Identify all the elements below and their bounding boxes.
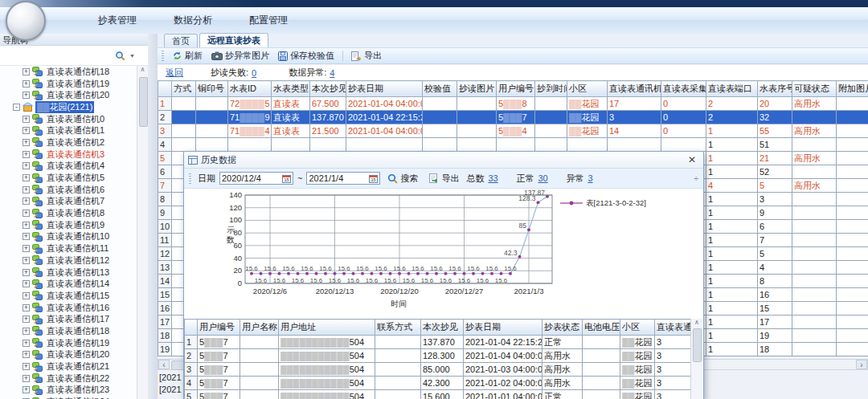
- export-button[interactable]: 导出: [425, 172, 462, 185]
- column-header[interactable]: 小区: [620, 320, 655, 336]
- capture-abnormal-photo-button[interactable]: 抄异常图片: [208, 49, 272, 63]
- table-row[interactable]: 271▒▒▒▒9直读表137.8702021-01-04 22:15:255▒▒…: [158, 111, 868, 124]
- column-header[interactable]: 附加图片: [837, 81, 868, 97]
- expand-icon[interactable]: +: [23, 92, 30, 99]
- tree-item[interactable]: +直读表通信机11: [0, 242, 137, 254]
- close-icon[interactable]: ✕: [685, 154, 699, 165]
- scroll-up-icon[interactable]: ∧: [141, 66, 145, 73]
- expand-icon[interactable]: +: [23, 151, 30, 158]
- search-icon[interactable]: [115, 51, 125, 61]
- tree-item[interactable]: +直读表通信机10: [0, 231, 137, 243]
- expand-icon[interactable]: +: [23, 328, 30, 335]
- expand-icon[interactable]: +: [23, 269, 30, 276]
- splitter-icon[interactable]: ÷: [694, 174, 699, 183]
- collapse-icon[interactable]: -: [13, 104, 20, 111]
- tab-home[interactable]: 首页: [164, 34, 198, 47]
- expand-icon[interactable]: +: [23, 222, 30, 229]
- panel-splitter[interactable]: [148, 34, 158, 399]
- column-header[interactable]: 本次抄见: [310, 81, 346, 97]
- tree-item[interactable]: +直读表通信机8: [0, 207, 137, 219]
- calendar-icon[interactable]: 15: [282, 174, 291, 183]
- history-table-scrollbar[interactable]: ∧: [690, 319, 702, 399]
- tree-item[interactable]: +直读表通信机1: [0, 124, 137, 136]
- expand-icon[interactable]: +: [23, 292, 30, 299]
- expand-icon[interactable]: +: [23, 340, 30, 347]
- column-header[interactable]: 小区: [567, 81, 608, 97]
- column-header[interactable]: 水表ID: [228, 81, 272, 97]
- column-header[interactable]: 方式: [172, 81, 196, 97]
- date-from-input[interactable]: 2020/12/4 15: [219, 172, 293, 185]
- tree-item[interactable]: +直读表通信机18: [0, 66, 137, 78]
- expand-icon[interactable]: +: [23, 304, 30, 311]
- table-row[interactable]: 172▒▒▒▒5直读表67.5002021-01-04 04:00:005▒▒▒…: [158, 97, 868, 111]
- tab-remote-direct-reading[interactable]: 远程直读抄表: [199, 33, 268, 47]
- expand-icon[interactable]: +: [23, 363, 30, 370]
- calendar-icon[interactable]: 15: [369, 174, 378, 183]
- export-button[interactable]: 导出: [348, 49, 385, 63]
- date-to-input[interactable]: 2021/1/4 15: [306, 172, 380, 185]
- column-header[interactable]: 联系方式: [375, 320, 421, 336]
- scroll-up-icon[interactable]: ∧: [694, 319, 699, 326]
- column-header[interactable]: 直读表端口: [706, 81, 758, 97]
- expand-icon[interactable]: +: [23, 210, 30, 217]
- expand-icon[interactable]: +: [23, 186, 30, 193]
- tree-item[interactable]: +直读表通信机18: [0, 325, 137, 337]
- tree-item[interactable]: +直读表通信机23: [0, 385, 137, 397]
- column-header[interactable]: 水表类型: [272, 81, 310, 97]
- column-header[interactable]: 水表序号: [758, 81, 792, 97]
- expand-icon[interactable]: +: [23, 197, 30, 205]
- expand-icon[interactable]: +: [23, 162, 30, 169]
- expand-icon[interactable]: +: [23, 316, 30, 323]
- tree-item[interactable]: +直读表通信机21: [0, 360, 137, 373]
- menu-meter-management[interactable]: 抄表管理: [90, 11, 145, 30]
- history-dialog-titlebar[interactable]: 历史数据 ✕: [184, 152, 703, 169]
- column-header[interactable]: 本次抄见: [421, 320, 464, 336]
- chevron-down-icon[interactable]: ▼: [129, 53, 135, 59]
- expand-icon[interactable]: +: [23, 139, 30, 146]
- column-header[interactable]: 抄表日期: [346, 81, 423, 97]
- tree-item[interactable]: +直读表通信机3: [0, 149, 137, 161]
- table-row[interactable]: 25▒▒▒7▒▒▒▒▒▒▒▒▒▒▒504128.3002021-01-04 04…: [185, 349, 691, 363]
- column-header[interactable]: 铜印号: [196, 81, 228, 97]
- menu-config-management[interactable]: 配置管理: [241, 11, 296, 30]
- tree-item[interactable]: +直读表通信机24: [0, 396, 137, 399]
- column-header[interactable]: 抄表日期: [464, 320, 542, 336]
- normal-count-link[interactable]: 30: [538, 173, 562, 183]
- tree-item[interactable]: +直读表通信机13: [0, 267, 137, 279]
- scrollbar-thumb[interactable]: [693, 328, 702, 362]
- expand-icon[interactable]: +: [23, 127, 30, 134]
- expand-icon[interactable]: +: [23, 351, 30, 358]
- tree-item[interactable]: +直读表通信机4: [0, 161, 137, 173]
- column-header[interactable]: 用户名称: [240, 320, 279, 336]
- tree-item[interactable]: +直读表通信机14: [0, 278, 137, 290]
- tree-item[interactable]: +直读表通信机6: [0, 184, 137, 196]
- column-header[interactable]: 电池电压: [583, 320, 620, 336]
- expand-icon[interactable]: +: [23, 375, 30, 382]
- nav-tree-scrollbar[interactable]: ∧: [137, 66, 148, 399]
- column-header[interactable]: 校验值: [423, 81, 457, 97]
- expand-icon[interactable]: +: [23, 68, 30, 75]
- tree-item[interactable]: +直读表通信机0: [0, 113, 137, 125]
- refresh-button[interactable]: 刷新: [169, 49, 206, 63]
- expand-icon[interactable]: +: [23, 257, 30, 264]
- total-count-link[interactable]: 33: [488, 173, 512, 183]
- app-logo-orb[interactable]: [6, 1, 46, 41]
- expand-icon[interactable]: +: [23, 245, 30, 252]
- table-row[interactable]: 371▒▒▒▒4直读表21.5002021-01-04 04:00:005▒▒▒…: [158, 124, 868, 138]
- scrollbar-thumb[interactable]: [139, 77, 148, 127]
- tree-item[interactable]: +直读表通信机22: [0, 373, 137, 385]
- tree-item[interactable]: +直读表通信机12: [0, 254, 137, 267]
- menu-data-analysis[interactable]: 数据分析: [166, 11, 220, 30]
- column-header[interactable]: 用户地址: [279, 320, 375, 336]
- tree-item[interactable]: +直读表通信机19: [0, 337, 137, 349]
- save-check-value-button[interactable]: 保存校验值: [275, 49, 338, 63]
- abnormal-count-link[interactable]: 3: [588, 173, 612, 183]
- search-button[interactable]: 搜索: [384, 172, 421, 185]
- scroll-right-icon[interactable]: ›: [856, 360, 867, 369]
- column-header[interactable]: 抄到时间: [535, 81, 567, 97]
- tree-item[interactable]: +直读表通信机19: [0, 78, 137, 90]
- tree-item[interactable]: +直读表通信机5: [0, 172, 137, 184]
- table-row[interactable]: 4151: [158, 138, 868, 152]
- column-header[interactable]: 直读表采集机: [661, 81, 706, 97]
- expand-icon[interactable]: +: [23, 233, 30, 240]
